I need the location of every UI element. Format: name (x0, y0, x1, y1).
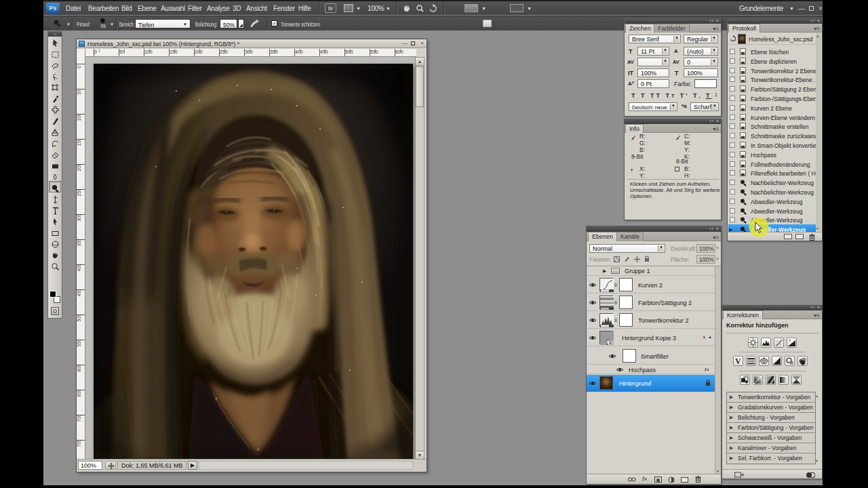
svg-text:V: V (735, 357, 741, 365)
